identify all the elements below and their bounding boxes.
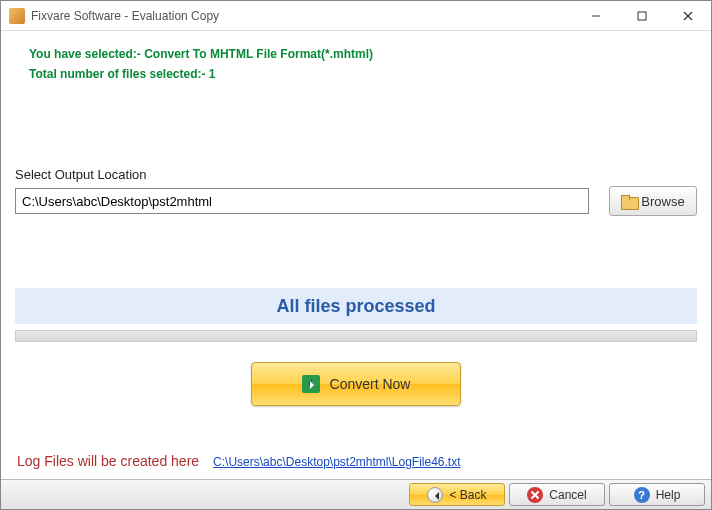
main-content: You have selected:- Convert To MHTML Fil…	[1, 31, 711, 479]
browse-button[interactable]: Browse	[609, 186, 697, 216]
app-icon	[9, 8, 25, 24]
cancel-button[interactable]: Cancel	[509, 483, 605, 506]
output-path-input[interactable]	[15, 188, 589, 214]
help-button[interactable]: ? Help	[609, 483, 705, 506]
browse-label: Browse	[641, 194, 684, 209]
output-path-row: Browse	[15, 186, 697, 216]
convert-icon	[302, 375, 320, 393]
close-button[interactable]	[665, 1, 711, 31]
help-label: Help	[656, 488, 681, 502]
cancel-label: Cancel	[549, 488, 586, 502]
folder-icon	[621, 195, 637, 208]
back-label: < Back	[449, 488, 486, 502]
selected-format-text: You have selected:- Convert To MHTML Fil…	[29, 47, 697, 61]
status-band: All files processed	[15, 288, 697, 324]
back-button[interactable]: < Back	[409, 483, 505, 506]
log-file-link[interactable]: C:\Users\abc\Desktop\pst2mhtml\LogFile46…	[213, 455, 460, 469]
convert-label: Convert Now	[330, 376, 411, 392]
cancel-icon	[527, 487, 543, 503]
log-label: Log Files will be created here	[17, 453, 199, 469]
output-location-label: Select Output Location	[15, 167, 697, 182]
titlebar: Fixvare Software - Evaluation Copy	[1, 1, 711, 31]
log-row: Log Files will be created here C:\Users\…	[17, 453, 461, 469]
convert-now-button[interactable]: Convert Now	[251, 362, 461, 406]
status-text: All files processed	[276, 296, 435, 317]
file-count-text: Total number of files selected:- 1	[29, 67, 697, 81]
progress-bar	[15, 330, 697, 342]
svg-rect-1	[638, 12, 646, 20]
back-icon	[427, 487, 443, 503]
maximize-button[interactable]	[619, 1, 665, 31]
help-icon: ?	[634, 487, 650, 503]
footer-bar: < Back Cancel ? Help	[1, 479, 711, 509]
minimize-button[interactable]	[573, 1, 619, 31]
window-title: Fixvare Software - Evaluation Copy	[31, 9, 219, 23]
